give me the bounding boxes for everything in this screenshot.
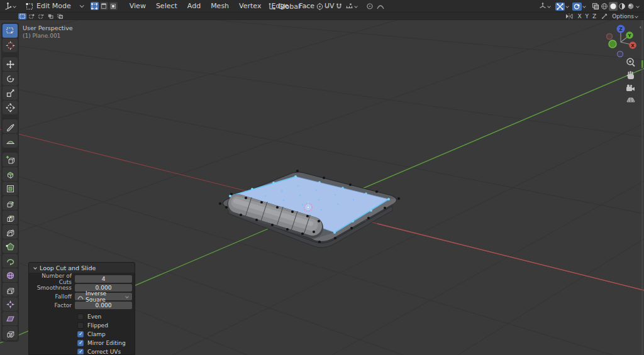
show-overlays-toggle[interactable] <box>555 3 565 11</box>
tool-inset-faces[interactable] <box>3 182 18 195</box>
toggle-xray-button[interactable] <box>591 2 600 11</box>
snap-target-dropdown[interactable] <box>344 1 360 11</box>
mode-label: Edit Mode <box>36 2 71 10</box>
select-mode-intersect-button[interactable] <box>56 13 64 19</box>
tool-smooth[interactable] <box>3 268 18 282</box>
chevron-down-icon <box>636 4 640 8</box>
blender-window: Edit Mode View Select Add M <box>0 0 644 355</box>
checkbox-label: Correct UVs <box>87 349 121 355</box>
operator-panel-header[interactable]: Loop Cut and Slide <box>29 263 135 273</box>
vertex-select-button[interactable] <box>91 2 99 10</box>
knife-icon <box>6 227 15 237</box>
falloff-select[interactable]: Inverse Square <box>75 293 132 300</box>
measure-icon <box>6 136 15 146</box>
correct-uvs-checkbox[interactable] <box>77 349 84 355</box>
falloff-dropdown[interactable] <box>375 1 386 11</box>
options-dropdown[interactable]: Options <box>612 13 634 19</box>
tool-transform[interactable] <box>3 101 18 114</box>
tool-loop-cut[interactable] <box>3 210 18 224</box>
pan-icon[interactable] <box>626 71 634 79</box>
tool-spin[interactable] <box>3 254 18 268</box>
zoom-icon[interactable] <box>627 58 635 67</box>
tool-bevel[interactable] <box>3 196 18 210</box>
axis-neg-z-ball[interactable] <box>618 52 623 57</box>
chevron-down-icon <box>582 4 586 8</box>
tool-shear[interactable] <box>3 312 18 325</box>
overlays-icon <box>557 3 564 10</box>
tool-rotate[interactable] <box>3 72 18 85</box>
navigation-gizmo[interactable]: Z Y X <box>599 20 643 108</box>
select-mode-set-button[interactable] <box>18 13 26 19</box>
mesh-object[interactable] <box>219 170 400 248</box>
orientation-dropdown[interactable]: Global <box>267 1 309 11</box>
tool-scale[interactable] <box>3 86 18 100</box>
clamp-checkbox[interactable] <box>77 331 84 337</box>
select-mode-subtract-button[interactable] <box>37 13 45 19</box>
mirror-y-toggle[interactable]: Y <box>584 13 591 19</box>
tool-poly-build[interactable] <box>3 239 18 253</box>
tool-select-box[interactable] <box>3 24 18 38</box>
shading-solid-button[interactable] <box>609 2 618 11</box>
vertex-select-icon <box>91 3 97 9</box>
menu-add[interactable]: Add <box>182 2 206 10</box>
toggle-projection-icon[interactable] <box>627 98 635 102</box>
menu-mesh[interactable]: Mesh <box>206 2 234 10</box>
factor-field[interactable]: 0.000 <box>75 302 132 309</box>
xray-toggle[interactable] <box>572 3 582 11</box>
face-select-button[interactable] <box>109 2 118 10</box>
show-gizmo-dropdown[interactable] <box>538 1 553 11</box>
menu-vertex[interactable]: Vertex <box>234 2 266 10</box>
loop-cut-icon <box>6 213 15 222</box>
tool-add-cube[interactable] <box>3 153 18 167</box>
tool-move[interactable] <box>3 57 18 71</box>
axis-neg-x-ball[interactable] <box>607 34 613 40</box>
tool-knife[interactable] <box>3 225 18 239</box>
edge-select-button[interactable] <box>100 2 108 10</box>
face-select-icon <box>110 3 116 9</box>
axis-y-label: Y <box>627 33 631 38</box>
falloff-curve-icon <box>77 294 84 300</box>
pivot-dropdown[interactable] <box>314 1 330 11</box>
select-intersect-icon <box>57 14 63 19</box>
tool-extrude-region[interactable] <box>3 167 18 181</box>
flipped-checkbox[interactable] <box>77 322 84 329</box>
tool-annotate[interactable] <box>3 119 18 133</box>
smooth-icon <box>6 271 15 280</box>
view-label: User Perspective <box>23 24 73 32</box>
tool-rip-region[interactable] <box>3 326 18 340</box>
camera-view-icon[interactable] <box>626 85 635 92</box>
select-mode-extend-button[interactable] <box>28 13 36 19</box>
mirror-editing-checkbox[interactable] <box>77 340 84 346</box>
magnet-icon <box>335 3 343 10</box>
select-subtract-icon <box>38 14 44 19</box>
shading-material-button[interactable] <box>618 2 626 11</box>
collapse-chevron-icon <box>33 266 37 270</box>
editor-type-button[interactable] <box>3 1 18 11</box>
poly-build-icon <box>6 242 15 251</box>
tool-shrink-fatten[interactable] <box>3 297 18 311</box>
select-mode-invert-button[interactable] <box>47 13 55 19</box>
checkbox-label: Flipped <box>87 322 108 329</box>
shading-rendered-button[interactable] <box>626 2 635 11</box>
menu-select[interactable]: Select <box>151 2 182 10</box>
checkbox-row: Even <box>29 312 135 321</box>
menu-view[interactable]: View <box>125 2 151 10</box>
tool-edge-slide[interactable] <box>3 283 18 297</box>
even-checkbox[interactable] <box>77 314 84 320</box>
number-of-cuts-field[interactable]: 4 <box>75 275 132 283</box>
mirror-x-toggle[interactable]: X <box>575 13 583 19</box>
shading-wireframe-button[interactable] <box>600 2 609 11</box>
snap-toggle[interactable] <box>334 1 344 11</box>
proportional-editing-toggle[interactable] <box>365 1 375 11</box>
tool-measure[interactable] <box>3 134 18 148</box>
field-row: Factor 0.000 <box>29 301 135 310</box>
axis-z-label: Z <box>619 26 623 32</box>
orientation-icon <box>268 3 275 10</box>
select-invert-icon <box>48 14 53 19</box>
viewport-header: Edit Mode View Select Add M <box>0 0 644 13</box>
axis-pos-y-ball[interactable] <box>609 40 616 48</box>
mode-dropdown[interactable]: Edit Mode <box>25 1 86 11</box>
mirror-z-toggle[interactable]: Z <box>591 13 598 19</box>
chevron-down-icon <box>325 4 328 8</box>
tool-cursor[interactable] <box>3 38 18 52</box>
